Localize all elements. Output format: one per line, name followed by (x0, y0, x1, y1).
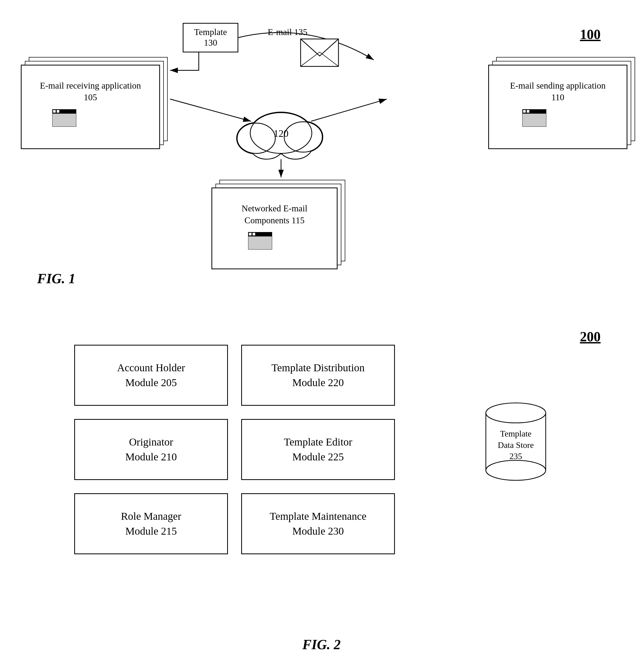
originator-label: OriginatorModule 210 (125, 435, 177, 464)
originator-module: OriginatorModule 210 (74, 419, 228, 480)
datastore-cylinder: Template Data Store 235 (479, 400, 553, 485)
svg-point-19 (284, 122, 322, 152)
svg-point-16 (278, 133, 312, 159)
svg-text:Template: Template (500, 429, 532, 439)
svg-rect-53 (248, 237, 272, 249)
svg-rect-31 (53, 110, 56, 113)
template-distribution-module: Template DistributionModule 220 (241, 345, 395, 406)
svg-text:235: 235 (509, 451, 522, 461)
svg-rect-30 (52, 109, 76, 114)
svg-rect-40 (523, 109, 546, 114)
svg-text:105: 105 (84, 92, 97, 102)
svg-rect-32 (57, 110, 59, 113)
datastore-svg: Template Data Store 235 (479, 400, 553, 485)
svg-rect-26 (21, 65, 160, 148)
svg-rect-36 (489, 65, 627, 148)
svg-rect-41 (523, 110, 526, 113)
svg-rect-35 (493, 61, 631, 145)
svg-rect-51 (249, 233, 252, 236)
template-maintenance-label: Template MaintenanceModule 230 (270, 509, 366, 539)
svg-line-8 (320, 52, 338, 66)
svg-point-56 (486, 403, 546, 423)
svg-point-20 (250, 113, 312, 154)
svg-line-10 (311, 99, 387, 121)
svg-line-7 (301, 52, 320, 66)
svg-point-55 (486, 460, 546, 480)
svg-point-13 (237, 122, 276, 154)
svg-rect-50 (248, 232, 272, 237)
svg-rect-29 (52, 109, 76, 127)
svg-text:Networked E-mail: Networked E-mail (242, 203, 307, 213)
svg-rect-49 (248, 232, 272, 249)
fig2-section: 200 Account HolderModule 205 Template Di… (21, 329, 622, 672)
svg-rect-33 (52, 114, 76, 127)
svg-text:110: 110 (551, 92, 564, 102)
svg-rect-46 (212, 188, 337, 269)
role-manager-module: Role ManagerModule 215 (74, 493, 228, 554)
svg-text:Template: Template (194, 27, 227, 37)
svg-text:E-mail sending application: E-mail sending application (510, 81, 606, 91)
svg-point-14 (283, 121, 323, 153)
svg-rect-2 (183, 23, 238, 52)
svg-text:E-mail 135: E-mail 135 (268, 27, 307, 37)
template-editor-module: Template EditorModule 225 (241, 419, 395, 480)
svg-rect-39 (523, 109, 546, 127)
svg-text:Data Store: Data Store (498, 440, 534, 450)
svg-point-17 (250, 113, 312, 154)
modules-grid: Account HolderModule 205 Template Distri… (74, 345, 395, 554)
account-holder-module: Account HolderModule 205 (74, 345, 228, 406)
svg-rect-52 (253, 233, 255, 236)
fig2-number: 200 (580, 329, 600, 345)
svg-rect-6 (301, 39, 338, 66)
svg-point-18 (237, 123, 275, 153)
svg-point-21 (237, 123, 275, 153)
template-editor-label: Template EditorModule 225 (284, 435, 352, 464)
fig1-label: FIG. 1 (37, 271, 75, 286)
svg-point-15 (250, 133, 283, 159)
svg-rect-24 (29, 57, 168, 141)
svg-rect-34 (496, 57, 635, 141)
page: 100 Template 130 E-mail 135 (0, 0, 643, 672)
fig2-label: FIG. 2 (302, 637, 341, 652)
svg-line-9 (170, 99, 251, 121)
svg-rect-25 (25, 61, 163, 145)
template-distribution-label: Template DistributionModule 220 (271, 360, 365, 390)
svg-text:130: 130 (204, 38, 217, 47)
role-manager-label: Role ManagerModule 215 (121, 509, 181, 539)
svg-point-22 (284, 122, 322, 152)
svg-rect-44 (220, 180, 345, 261)
fig1-section: 100 Template 130 E-mail 135 (21, 16, 622, 308)
svg-text:Components 115: Components 115 (244, 215, 305, 225)
template-maintenance-module: Template MaintenanceModule 230 (241, 493, 395, 554)
account-holder-label: Account HolderModule 205 (117, 360, 185, 390)
svg-text:E-mail receiving application: E-mail receiving application (40, 81, 141, 91)
svg-rect-43 (523, 114, 546, 127)
svg-rect-42 (527, 110, 529, 113)
fig1-arrows: Template 130 E-mail 135 (21, 16, 622, 308)
svg-text:120: 120 (274, 128, 288, 139)
svg-rect-45 (216, 184, 341, 265)
svg-point-12 (250, 112, 312, 154)
fig1-number: 100 (580, 26, 600, 42)
